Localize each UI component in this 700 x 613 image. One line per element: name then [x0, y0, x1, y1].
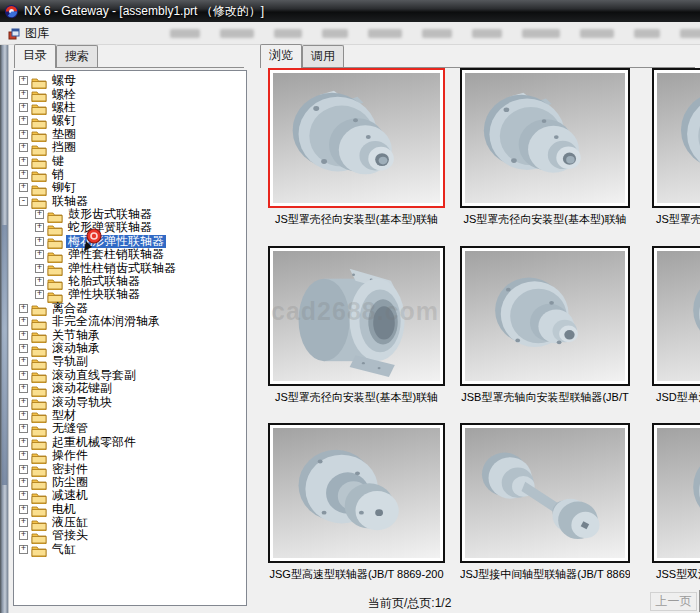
expand-icon[interactable]: +	[19, 465, 28, 474]
tree-item[interactable]: +梅花形弹性联轴器	[14, 235, 246, 248]
tree-item-label[interactable]: 蛇形弹簧联轴器	[66, 221, 154, 234]
expand-icon[interactable]: +	[35, 250, 44, 259]
expand-icon[interactable]: +	[19, 411, 28, 420]
expand-icon[interactable]: +	[35, 223, 44, 232]
thumbnail-cell[interactable]: JSS型双法	[652, 423, 700, 582]
coupling-preview-image[interactable]	[657, 251, 700, 381]
tree-item-label[interactable]: 起重机械零部件	[50, 436, 138, 449]
tree-item[interactable]: +减速机	[14, 489, 246, 502]
expand-icon[interactable]: +	[19, 344, 28, 353]
tree-item[interactable]: +液压缸	[14, 516, 246, 529]
tree-item[interactable]: +滚动导轨块	[14, 395, 246, 408]
expand-icon[interactable]: +	[19, 357, 28, 366]
previous-page-button[interactable]: 上一页	[650, 592, 697, 611]
tree-item[interactable]: +键	[14, 154, 246, 167]
tree-item[interactable]: +气缸	[14, 543, 246, 556]
tree-item[interactable]: +型材	[14, 409, 246, 422]
tree-item-label[interactable]: 电机	[50, 503, 78, 516]
tree-item-label[interactable]: 防尘圈	[50, 476, 90, 489]
tree-item-label[interactable]: 滚动轴承	[50, 342, 102, 355]
tree-item[interactable]: -联轴器	[14, 195, 246, 208]
tree-item[interactable]: +鼓形齿式联轴器	[14, 208, 246, 221]
expand-icon[interactable]: +	[19, 424, 28, 433]
collapse-icon[interactable]: -	[19, 197, 28, 206]
tree-item[interactable]: +电机	[14, 503, 246, 516]
tree-item-label[interactable]: 弹性块联轴器	[66, 288, 142, 301]
expand-icon[interactable]: +	[19, 116, 28, 125]
tree-item[interactable]: +滚动花键副	[14, 382, 246, 395]
expand-icon[interactable]: +	[19, 505, 28, 514]
tree-item[interactable]: +密封件	[14, 462, 246, 475]
tab-catalog[interactable]: 目录	[14, 44, 56, 68]
thumbnail-frame[interactable]	[268, 246, 445, 386]
expand-icon[interactable]: +	[19, 451, 28, 460]
tree-item[interactable]: +螺栓	[14, 87, 246, 100]
thumbnail-frame[interactable]	[652, 68, 700, 208]
tree-item[interactable]: +滚动直线导套副	[14, 369, 246, 382]
expand-icon[interactable]: +	[19, 384, 28, 393]
tree-item[interactable]: +滚动轴承	[14, 342, 246, 355]
tree-item-label[interactable]: 垫圈	[50, 128, 78, 141]
expand-icon[interactable]: +	[19, 130, 28, 139]
tree-item-label[interactable]: 梅花形弹性联轴器	[66, 235, 166, 248]
coupling-preview-image[interactable]	[273, 251, 440, 381]
expand-icon[interactable]: +	[19, 438, 28, 447]
tab-browse[interactable]: 浏览	[260, 44, 302, 68]
coupling-preview-image[interactable]	[273, 428, 440, 558]
tree-item-label[interactable]: 螺母	[50, 74, 78, 87]
tree-item[interactable]: +蛇形弹簧联轴器	[14, 221, 246, 234]
library-window-titlebar[interactable]: 图库	[8, 25, 49, 42]
tree-item-label[interactable]: 轮胎式联轴器	[66, 275, 142, 288]
coupling-preview-image[interactable]	[465, 428, 625, 558]
expand-icon[interactable]: +	[19, 478, 28, 487]
tree-item-label[interactable]: 无缝管	[50, 422, 90, 435]
tree-item[interactable]: +轮胎式联轴器	[14, 275, 246, 288]
tab-search[interactable]: 搜索	[56, 45, 98, 68]
thumbnail-cell[interactable]: JSG型高速型联轴器(JB/T 8869-200	[268, 423, 445, 582]
thumbnail-frame[interactable]	[460, 68, 630, 208]
tree-item-label[interactable]: 弹性柱销齿式联轴器	[66, 262, 178, 275]
tree-item[interactable]: +螺母	[14, 74, 246, 87]
thumbnail-frame[interactable]	[268, 423, 445, 563]
tree-item-label[interactable]: 螺柱	[50, 101, 78, 114]
expand-icon[interactable]: +	[19, 518, 28, 527]
thumbnail-cell[interactable]: JSD型单法	[652, 246, 700, 405]
tree-item[interactable]: +销	[14, 168, 246, 181]
tree-item-label[interactable]: 密封件	[50, 463, 90, 476]
tree-item[interactable]: +防尘圈	[14, 476, 246, 489]
expand-icon[interactable]: +	[19, 371, 28, 380]
tree-item[interactable]: +无缝管	[14, 422, 246, 435]
tree-item-label[interactable]: 操作件	[50, 449, 90, 462]
tree-item-label[interactable]: 挡圈	[50, 141, 78, 154]
tree-item[interactable]: +管接头	[14, 529, 246, 542]
thumbnail-frame[interactable]	[652, 246, 700, 386]
expand-icon[interactable]: +	[19, 317, 28, 326]
expand-icon[interactable]: +	[19, 531, 28, 540]
expand-icon[interactable]: +	[19, 90, 28, 99]
tree-item-label[interactable]: 离合器	[50, 302, 90, 315]
catalog-tree[interactable]: +螺母+螺栓+螺柱+螺钉+垫圈+挡圈+键+销+铆钉-联轴器+鼓形齿式联轴器+蛇形…	[13, 70, 247, 606]
tree-item[interactable]: +关节轴承	[14, 328, 246, 341]
thumbnail-cell[interactable]: JSJ型接中间轴型联轴器(JB/T 8869	[460, 423, 630, 582]
tree-item[interactable]: +起重机械零部件	[14, 436, 246, 449]
tree-item-label[interactable]: 螺栓	[50, 88, 78, 101]
tree-item-label[interactable]: 气缸	[50, 543, 78, 556]
tree-item[interactable]: +导轨副	[14, 355, 246, 368]
expand-icon[interactable]: +	[19, 103, 28, 112]
tree-item[interactable]: +非完全流体润滑轴承	[14, 315, 246, 328]
coupling-preview-image[interactable]	[465, 251, 625, 381]
tree-item[interactable]: +垫圈	[14, 128, 246, 141]
tree-item-label[interactable]: 铆钉	[50, 181, 78, 194]
tree-item[interactable]: +离合器	[14, 302, 246, 315]
tree-item[interactable]: +铆钉	[14, 181, 246, 194]
expand-icon[interactable]: +	[35, 210, 44, 219]
thumbnail-frame-selected[interactable]	[268, 68, 445, 208]
coupling-preview-image[interactable]	[657, 428, 700, 558]
thumbnail-cell[interactable]: JS型罩壳径向安装型(基本型)联轴	[268, 68, 445, 227]
coupling-preview-image[interactable]	[465, 73, 625, 203]
thumbnail-cell[interactable]: JS型罩壳径向安装型(基本型)联轴	[460, 68, 630, 227]
thumbnail-frame[interactable]	[460, 246, 630, 386]
tree-item-label[interactable]: 减速机	[50, 489, 90, 502]
expand-icon[interactable]: +	[35, 237, 44, 246]
expand-icon[interactable]: +	[19, 304, 28, 313]
